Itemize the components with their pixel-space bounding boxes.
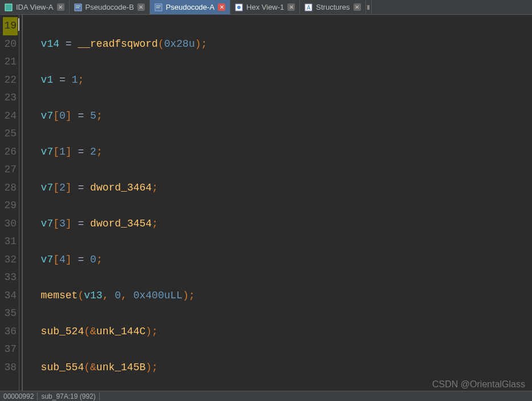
line-number: 29: [0, 197, 17, 215]
line-number: 23: [0, 89, 17, 107]
gutter-border: [19, 15, 23, 391]
line-number: 34: [0, 287, 17, 305]
code-area[interactable]: v14 = __readfsqword(0x28u); v1 = 1; v7[0…: [23, 15, 532, 391]
code-line: sub_524(&unk_144C);: [29, 323, 532, 341]
code-line: v14 = __readfsqword(0x28u);: [29, 35, 532, 54]
close-icon[interactable]: ✕: [354, 3, 361, 11]
tab-label: Hex View-1: [246, 3, 284, 11]
svg-rect-0: [5, 4, 12, 11]
code-editor[interactable]: 19 20 21 22 23 24 25 26 27 28 29 30 31 3…: [0, 15, 532, 391]
line-number: 37: [0, 341, 17, 359]
line-number: 28: [0, 179, 17, 197]
line-number: 35: [0, 305, 17, 323]
close-icon[interactable]: ✕: [137, 3, 145, 11]
line-number: 21: [0, 53, 17, 71]
status-bar: 00000992 sub_97A:19 (992): [0, 391, 532, 401]
tab-label: Pseudocode-A: [166, 3, 214, 11]
line-number: 27: [0, 161, 17, 179]
line-number: 30: [0, 215, 17, 233]
code-line: v7[0] = 5;: [29, 107, 532, 125]
code-line: sub_554(&unk_145B);: [29, 359, 532, 377]
tab-label: Structures: [316, 3, 350, 11]
svg-text:A: A: [307, 5, 311, 11]
line-number: 25: [0, 125, 17, 143]
line-number: 19: [3, 17, 18, 35]
line-number: 33: [0, 269, 17, 287]
svg-rect-2: [76, 6, 80, 6]
line-number: 20: [0, 35, 17, 54]
code-icon: [155, 3, 163, 11]
code-line: memset(v13, 0, 0x400uLL);: [29, 287, 532, 305]
tab-pseudocode-b[interactable]: Pseudocode-B ✕: [70, 0, 150, 14]
code-icon: [74, 3, 82, 11]
svg-rect-6: [156, 7, 160, 8]
line-number: 24: [0, 107, 17, 125]
svg-rect-3: [76, 7, 79, 8]
tab-ida-view[interactable]: IDA View-A ✕: [0, 0, 70, 14]
tab-label: IDA View-A: [16, 3, 54, 11]
view-icon: [5, 3, 13, 11]
line-number: 38: [0, 359, 17, 377]
tab-pseudocode-a[interactable]: Pseudocode-A ✕: [150, 0, 230, 14]
svg-point-8: [237, 6, 241, 9]
tab-structures[interactable]: A Structures ✕: [300, 0, 366, 14]
line-number: 32: [0, 251, 17, 269]
line-number: 31: [0, 233, 17, 251]
structures-icon: A: [304, 3, 312, 11]
close-icon[interactable]: ✕: [57, 3, 64, 11]
close-icon[interactable]: ✕: [287, 3, 295, 11]
close-icon[interactable]: ✕: [218, 3, 225, 11]
tab-bar: IDA View-A ✕ Pseudocode-B ✕ Pseudocode-A…: [0, 0, 532, 15]
code-line: v7[2] = dword_3464;: [29, 179, 532, 197]
tab-hex-view[interactable]: Hex View-1 ✕: [230, 0, 300, 14]
tab-label: Pseudocode-B: [86, 3, 134, 11]
line-number: 26: [0, 143, 17, 161]
svg-rect-5: [156, 6, 161, 6]
code-line: v7[1] = 2;: [29, 143, 532, 161]
svg-rect-11: [367, 5, 369, 10]
code-line: v7[3] = dword_3454;: [29, 215, 532, 233]
line-gutter: 19 20 21 22 23 24 25 26 27 28 29 30 31 3…: [0, 15, 19, 391]
tab-overflow[interactable]: [366, 0, 372, 14]
line-number: 22: [0, 71, 17, 90]
hex-icon: [235, 3, 243, 11]
watermark: CSDN @OrientalGlass: [432, 379, 525, 390]
line-number: 36: [0, 323, 17, 341]
status-address: 00000992: [0, 392, 38, 400]
status-location: sub_97A:19 (992): [38, 392, 99, 400]
code-line: v7[4] = 0;: [29, 251, 532, 269]
code-line: v1 = 1;: [29, 71, 532, 90]
